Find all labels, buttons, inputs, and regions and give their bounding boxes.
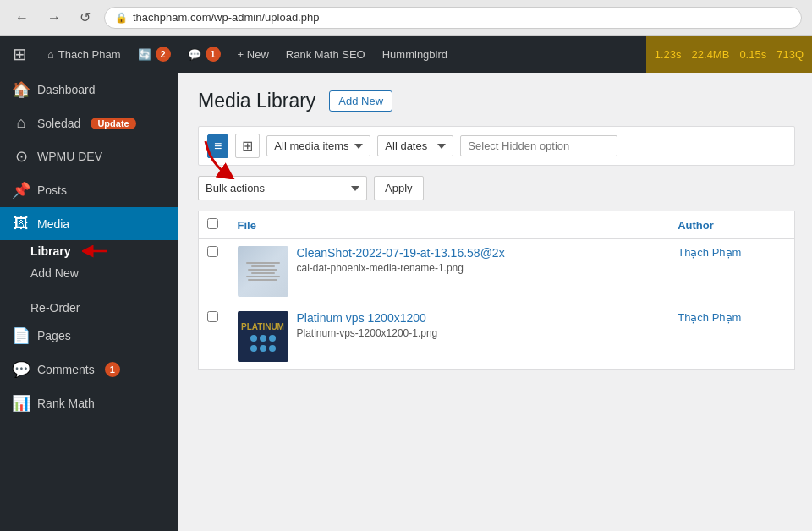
filter-media-select[interactable]: All media items Images Audio Video [266, 135, 370, 156]
list-view-icon: ≡ [214, 139, 222, 153]
row1-author-link[interactable]: Thạch Phạm [678, 246, 741, 259]
comments-icon: 💬 [188, 48, 201, 61]
address-bar[interactable]: 🔒 thachpham.com/wp-admin/upload.php [104, 7, 802, 29]
admin-bar-rank-math[interactable]: Rank Math SEO [277, 36, 374, 73]
updates-icon: 🔄 [138, 48, 151, 61]
add-new-button[interactable]: Add New [329, 90, 392, 112]
sidebar-label-pages: Pages [37, 329, 71, 342]
admin-bar-hummingbird[interactable]: Hummingbird [374, 36, 456, 73]
pages-icon: 📄 [12, 326, 30, 345]
page-header: Media Library Add New [198, 90, 795, 112]
perf-memory: 22.4MB [692, 48, 730, 61]
wpmudev-icon: ⊙ [12, 147, 30, 166]
soledad-update-badge: Update [91, 118, 135, 129]
rank-math-label: Rank Math SEO [286, 48, 365, 61]
perf-queries: 713Q [776, 48, 804, 61]
back-button[interactable]: ← [10, 7, 34, 29]
perf-time2: 0.15s [739, 48, 766, 61]
admin-bar-site[interactable]: ⌂ Thach Pham [39, 36, 129, 73]
row1-file-slug: cai-dat-phoenix-media-rename-1.png [297, 262, 505, 274]
dashboard-icon: 🏠 [12, 80, 30, 99]
view-toolbar: ≡ ⊞ All media items Images Audio Video A… [198, 126, 795, 166]
sidebar-item-dashboard[interactable]: 🏠 Dashboard [0, 73, 178, 107]
page-title: Media Library [198, 90, 315, 112]
row1-checkbox[interactable] [207, 246, 218, 257]
posts-icon: 📌 [12, 181, 30, 200]
browser-bar: ← → ↺ 🔒 thachpham.com/wp-admin/upload.ph… [0, 0, 812, 36]
row2-file-details: Platinum vps 1200x1200 Platinum-vps-1200… [297, 311, 438, 339]
sidebar-label-media: Media [37, 217, 69, 231]
sidebar-item-posts[interactable]: 📌 Posts [0, 173, 178, 207]
sidebar-label-wpmudev: WPMU DEV [37, 150, 102, 163]
new-label: + New [238, 48, 269, 61]
sidebar-item-media[interactable]: 🖼 Media [0, 207, 178, 240]
check-all-checkbox[interactable] [207, 218, 218, 229]
comments-sidebar-icon: 💬 [12, 360, 30, 379]
performance-bar: 1.23s 22.4MB 0.15s 713Q [646, 36, 812, 73]
lock-icon: 🔒 [115, 12, 128, 24]
row1-file-link[interactable]: CleanShot-2022-07-19-at-13.16.58@2x [297, 246, 505, 260]
row1-file-details: CleanShot-2022-07-19-at-13.16.58@2x cai-… [297, 246, 505, 274]
hidden-option-input[interactable] [460, 135, 617, 156]
bulk-actions-select[interactable]: Bulk actions Delete Permanently [198, 176, 367, 200]
wp-layout: 🏠 Dashboard ⌂ Soledad Update ⊙ WPMU DEV … [0, 73, 812, 531]
apply-button[interactable]: Apply [374, 176, 424, 200]
media-icon: 🖼 [12, 215, 30, 233]
grid-view-icon: ⊞ [242, 139, 253, 153]
reload-button[interactable]: ↺ [74, 6, 96, 29]
row2-file-slug: Platinum-vps-1200x1200-1.png [297, 327, 438, 339]
row1-thumbnail[interactable] [238, 246, 288, 297]
table-row: PLATINUM [199, 304, 795, 370]
updates-badge: 2 [156, 47, 171, 62]
row2-thumbnail[interactable]: PLATINUM [238, 311, 288, 362]
row2-author-link[interactable]: Thạch Phạm [678, 311, 741, 324]
sidebar-subitem-library[interactable]: Library [30, 240, 79, 262]
row2-check-cell [199, 304, 229, 370]
sidebar-subitem-reorder[interactable]: Re-Order [30, 297, 178, 319]
row2-author-cell: Thạch Phạm [669, 304, 794, 370]
table-row: CleanShot-2022-07-19-at-13.16.58@2x cai-… [199, 239, 795, 304]
sidebar-item-comments[interactable]: 💬 Comments 1 [0, 353, 178, 386]
media-submenu: Library Add New Re-Order [0, 240, 178, 319]
sidebar-subitem-add-new[interactable]: Add New [30, 262, 178, 284]
wp-logo[interactable]: ⊞ [0, 36, 39, 73]
sidebar-item-pages[interactable]: 📄 Pages [0, 319, 178, 353]
url-text: thachpham.com/wp-admin/upload.php [133, 11, 319, 24]
sidebar-label-comments: Comments [37, 363, 95, 376]
row2-file-info: PLATINUM [238, 311, 661, 362]
row2-file-link[interactable]: Platinum vps 1200x1200 [297, 311, 426, 325]
row1-file-info: CleanShot-2022-07-19-at-13.16.58@2x cai-… [238, 246, 661, 297]
wp-logo-icon: ⊞ [13, 44, 27, 64]
home-icon: ⌂ [47, 48, 54, 61]
admin-bar-comments[interactable]: 💬 1 [179, 36, 229, 73]
wp-admin-bar: ⊞ ⌂ Thach Pham 🔄 2 💬 1 + New Rank Math S… [0, 36, 812, 73]
row1-check-cell [199, 239, 229, 304]
sidebar: 🏠 Dashboard ⌂ Soledad Update ⊙ WPMU DEV … [0, 73, 178, 531]
content-area: Media Library Add New ≡ ⊞ All media item… [178, 73, 812, 531]
sidebar-item-rank-math[interactable]: 📊 Rank Math [0, 386, 178, 420]
admin-bar-new[interactable]: + New [229, 36, 277, 73]
grid-view-button[interactable]: ⊞ [235, 134, 260, 158]
forward-button[interactable]: → [42, 7, 66, 29]
list-view-button[interactable]: ≡ [207, 134, 228, 158]
sidebar-label-posts: Posts [37, 183, 67, 197]
row1-author-cell: Thạch Phạm [669, 239, 794, 304]
sidebar-item-soledad[interactable]: ⌂ Soledad Update [0, 107, 178, 140]
soledad-icon: ⌂ [12, 114, 30, 132]
admin-bar-updates[interactable]: 🔄 2 [129, 36, 179, 73]
bulk-actions-row: Bulk actions Delete Permanently Apply [198, 176, 795, 200]
table-check-all-header [199, 211, 229, 239]
site-name: Thach Pham [58, 48, 121, 61]
filter-date-select[interactable]: All dates July 2022 [377, 135, 453, 156]
sidebar-label-soledad: Soledad [37, 117, 80, 130]
sidebar-label-rank-math: Rank Math [37, 397, 95, 410]
row2-checkbox[interactable] [207, 311, 218, 322]
hummingbird-label: Hummingbird [382, 48, 447, 61]
rank-math-sidebar-icon: 📊 [12, 394, 30, 413]
table-author-header: Author [669, 211, 794, 239]
media-table: File Author [198, 211, 795, 370]
row1-file-cell: CleanShot-2022-07-19-at-13.16.58@2x cai-… [229, 239, 670, 304]
sidebar-item-wpmudev[interactable]: ⊙ WPMU DEV [0, 140, 178, 173]
comments-badge: 1 [206, 47, 221, 62]
row2-file-cell: PLATINUM [229, 304, 670, 370]
